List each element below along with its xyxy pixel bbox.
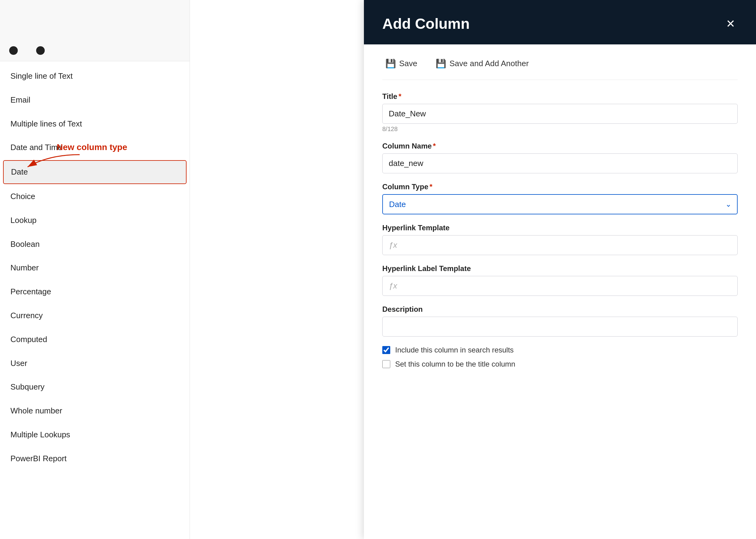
column-type-group: Column Type* Date Single line of Text Em… [382,183,738,214]
hyperlink-label-template-group: Hyperlink Label Template [382,264,738,296]
header-dot-2 [36,46,45,55]
checkbox-search[interactable] [382,346,390,354]
type-lookup[interactable]: Lookup [0,208,190,232]
hyperlink-label-template-input[interactable] [382,276,738,296]
type-choice[interactable]: Choice [0,185,190,208]
type-boolean[interactable]: Boolean [0,232,190,256]
checkbox-title-label: Set this column to be the title column [395,360,515,368]
annotation-container: New column type [57,142,127,152]
annotation-arrow-svg [3,152,83,176]
type-multiple-lookups[interactable]: Multiple Lookups [0,423,190,447]
column-type-select[interactable]: Date Single line of Text Email Multiple … [382,194,738,214]
type-multi-line[interactable]: Multiple lines of Text [0,112,190,136]
type-user[interactable]: User [0,351,190,375]
description-group: Description [382,305,738,337]
save-add-label: Save and Add Another [449,59,529,68]
header-dot-1 [9,46,18,55]
type-single-line[interactable]: Single line of Text [0,64,190,88]
checkbox-search-label: Include this column in search results [395,346,514,354]
left-panel-header [0,0,190,61]
title-required: * [398,92,401,101]
save-button[interactable]: 💾 Save [382,57,420,70]
header-col-1 [9,46,18,55]
column-name-input[interactable] [382,153,738,173]
hyperlink-template-label: Hyperlink Template [382,224,738,232]
type-subquery[interactable]: Subquery [0,375,190,399]
column-type-label: Column Type* [382,183,738,191]
annotation-text: New column type [57,142,127,152]
save-icon: 💾 [385,58,396,69]
checkbox-title-row: Set this column to be the title column [382,360,738,368]
title-label: Title* [382,92,738,101]
hyperlink-label-template-label: Hyperlink Label Template [382,264,738,273]
type-computed[interactable]: Computed [0,328,190,351]
modal-close-button[interactable]: ✕ [723,16,738,32]
column-type-select-wrapper: Date Single line of Text Email Multiple … [382,194,738,214]
save-add-icon: 💾 [436,58,446,69]
type-currency[interactable]: Currency [0,304,190,328]
char-count: 8/128 [382,125,738,133]
type-email[interactable]: Email [0,88,190,112]
column-name-required: * [433,142,436,150]
save-add-another-button[interactable]: 💾 Save and Add Another [433,57,532,70]
modal-title: Add Column [382,15,469,32]
column-type-list: Single line of Text Email Multiple lines… [0,61,190,474]
description-label: Description [382,305,738,314]
column-name-label: Column Name* [382,142,738,150]
left-panel: Single line of Text Email Multiple lines… [0,0,190,539]
checkbox-search-row: Include this column in search results [382,346,738,354]
description-input[interactable] [382,317,738,337]
type-percentage[interactable]: Percentage [0,280,190,304]
header-col-2 [36,46,45,55]
save-label: Save [399,59,417,68]
toolbar: 💾 Save 💾 Save and Add Another [382,57,738,80]
modal-header: Add Column ✕ [364,0,756,44]
column-name-group: Column Name* [382,142,738,173]
hyperlink-template-input[interactable] [382,235,738,255]
type-whole-number[interactable]: Whole number [0,399,190,423]
title-input[interactable] [382,104,738,124]
column-type-required: * [429,183,432,191]
title-field-group: Title* 8/128 [382,92,738,133]
modal-body: 💾 Save 💾 Save and Add Another Title* 8/1… [364,44,756,539]
checkbox-group: Include this column in search results Se… [382,346,738,368]
checkbox-title[interactable] [382,360,390,368]
type-number[interactable]: Number [0,256,190,280]
type-powerbi[interactable]: PowerBI Report [0,447,190,471]
hyperlink-template-group: Hyperlink Template [382,224,738,255]
modal-panel: Add Column ✕ 💾 Save 💾 Save and Add Anoth… [364,0,756,539]
